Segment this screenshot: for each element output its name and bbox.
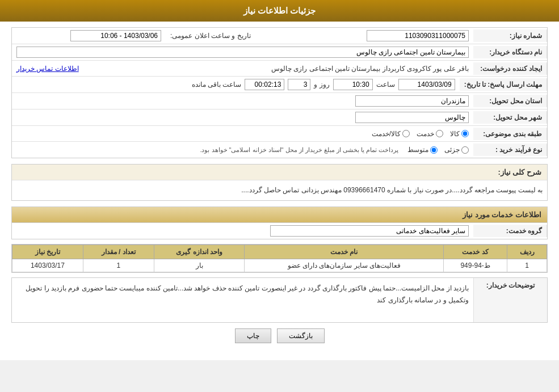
deadline-days-input[interactable] — [288, 79, 310, 90]
need-number-label: شماره نیاز: — [473, 29, 547, 42]
process-value-cell: جزئی متوسط پرداخت تمام یا بخشی از مبلغ خ… — [12, 144, 473, 156]
col-service-name: نام خدمت — [245, 245, 443, 259]
province-input[interactable] — [355, 95, 469, 107]
creator-value-cell: باقر علی پور کاکرودی کاربرداز بیمارستان … — [12, 62, 473, 75]
cell-service-name: فعالیت‌های سایر سازمان‌های دارای عضو — [245, 259, 443, 272]
org-name-row: نام دستگاه خریدار: — [12, 44, 547, 61]
process-partial-label: جزئی — [444, 146, 460, 154]
announce-label: تاریخ و ساعت اعلان عمومی: — [170, 32, 251, 40]
need-number-value-cell — [320, 28, 473, 44]
org-name-label: نام دستگاه خریدار: — [473, 46, 547, 58]
province-row: استان محل تحویل: — [12, 93, 547, 109]
category-both-label: کالا/خدمت — [372, 130, 401, 138]
description-area: به لیست پیوست مراجعه گردد....در صورت نیا… — [12, 180, 547, 200]
org-name-input[interactable] — [16, 47, 469, 58]
category-label: طبقه بندی موضوعی: — [473, 128, 547, 140]
need-number-row: شماره نیاز: تاریخ و ساعت اعلان عمومی: — [12, 28, 547, 44]
deadline-label: مهلت ارسال پاسخ: تا تاریخ: — [460, 78, 547, 91]
category-khadamat-radio[interactable] — [436, 130, 443, 137]
process-medium-radio[interactable] — [430, 146, 438, 154]
cell-quantity: 1 — [83, 259, 154, 272]
province-value-cell — [12, 93, 473, 109]
category-both: کالا/خدمت — [372, 130, 410, 138]
col-date: تاریخ نیاز — [12, 245, 83, 259]
deadline-time-label: ساعت — [376, 81, 395, 88]
col-quantity: تعداد / مقدار — [83, 245, 154, 259]
announce-input[interactable] — [70, 30, 161, 41]
category-kala-radio[interactable] — [461, 130, 469, 137]
process-label: نوع فرآیند خرید : — [473, 144, 547, 156]
process-radio-group: جزئی متوسط — [407, 146, 469, 154]
announce-label-cell: تاریخ و ساعت اعلان عمومی: — [166, 29, 320, 42]
cell-unit: بار — [154, 259, 245, 272]
creator-text: باقر علی پور کاکرودی کاربرداز بیمارستان … — [83, 65, 469, 73]
process-note: پرداخت تمام یا بخشی از مبلغ خریدار از مح… — [200, 146, 398, 154]
service-table: ردیف کد خدمت نام خدمت واحد اندازه گیری ت… — [12, 245, 547, 272]
description-text: به لیست پیوست مراجعه گردد....در صورت نیا… — [16, 185, 543, 196]
service-group-row: گروه خدمت: — [11, 222, 548, 239]
cell-service-code: ط-94-949 — [443, 259, 507, 272]
deadline-time-input[interactable] — [333, 79, 373, 90]
city-row: شهر محل تحویل: — [12, 109, 547, 126]
process-partial-radio[interactable] — [461, 146, 469, 154]
deadline-remain-input[interactable] — [245, 79, 284, 90]
page-wrapper: جزئیات اطلاعات نیاز شماره نیاز: تاریخ و … — [0, 0, 559, 360]
buyer-notes-value: بازدید از محل الزامیست...حتما پیش فاکتور… — [12, 278, 473, 322]
need-info-section: شماره نیاز: تاریخ و ساعت اعلان عمومی: نا… — [11, 27, 548, 158]
deadline-value-cell: ساعت روز و ساعت باقی مانده — [12, 77, 460, 92]
category-kala-label: کالا — [450, 130, 460, 138]
creator-label: ایجاد کننده درخواست: — [473, 62, 547, 75]
col-unit: واحد اندازه گیری — [154, 245, 245, 259]
buyer-notes-label: توضیحات خریدار: — [473, 278, 547, 322]
need-number-input[interactable] — [367, 30, 469, 41]
service-group-input[interactable] — [270, 225, 469, 237]
process-partial: جزئی — [444, 146, 469, 154]
col-service-code: کد خدمت — [443, 245, 507, 259]
service-group-value-cell — [12, 223, 473, 239]
category-khadamat: خدمت — [417, 130, 443, 138]
announce-value-cell — [12, 28, 166, 44]
back-button[interactable]: بازگشت — [277, 328, 325, 343]
service-table-section: ردیف کد خدمت نام خدمت واحد اندازه گیری ت… — [11, 244, 548, 273]
category-kala: کالا — [450, 130, 469, 138]
category-both-radio[interactable] — [402, 130, 410, 137]
page-header: جزئیات اطلاعات نیاز — [0, 0, 559, 22]
creator-link[interactable]: اطلاعات تماس خریدار — [16, 65, 79, 73]
service-group-label: گروه خدمت: — [473, 225, 547, 237]
deadline-days-label: روز و — [314, 81, 329, 88]
description-title-row: شرح کلی نیاز: — [12, 165, 547, 180]
print-button[interactable]: چاپ — [235, 328, 271, 343]
province-label: استان محل تحویل: — [473, 95, 547, 107]
creator-row: ایجاد کننده درخواست: باقر علی پور کاکرود… — [12, 61, 547, 77]
description-section: شرح کلی نیاز: به لیست پیوست مراجعه گردد.… — [11, 164, 548, 201]
deadline-remain-label: ساعت باقی مانده — [192, 81, 242, 88]
process-medium: متوسط — [407, 146, 438, 154]
button-row: بازگشت چاپ — [11, 328, 548, 343]
cell-date: 1403/03/17 — [12, 259, 83, 272]
col-row-num: ردیف — [507, 245, 547, 259]
service-info-title: اطلاعات خدمات مورد نیاز — [11, 206, 548, 222]
process-row: نوع فرآیند خرید : جزئی متوسط پرداخت تمام… — [12, 142, 547, 158]
table-row: 1 ط-94-949 فعالیت‌های سایر سازمان‌های دا… — [12, 259, 547, 272]
city-value-cell — [12, 109, 473, 125]
category-radio-group: کالا خدمت کالا/خدمت — [372, 130, 469, 138]
cell-row-num: 1 — [507, 259, 547, 272]
city-input[interactable] — [355, 112, 469, 123]
buyer-notes-section: توضیحات خریدار: بازدید از محل الزامیست..… — [11, 277, 548, 323]
category-value-cell: کالا خدمت کالا/خدمت — [12, 128, 473, 140]
table-header-row: ردیف کد خدمت نام خدمت واحد اندازه گیری ت… — [12, 245, 547, 259]
main-content: شماره نیاز: تاریخ و ساعت اعلان عمومی: نا… — [0, 22, 559, 349]
category-khadamat-label: خدمت — [417, 130, 434, 138]
city-label: شهر محل تحویل: — [473, 111, 547, 124]
process-medium-label: متوسط — [407, 146, 428, 154]
category-row: طبقه بندی موضوعی: کالا خدمت — [12, 126, 547, 142]
deadline-date-input[interactable] — [398, 79, 455, 90]
deadline-row: مهلت ارسال پاسخ: تا تاریخ: ساعت روز و سا… — [12, 77, 547, 93]
description-title: شرح کلی نیاز: — [492, 165, 547, 180]
org-name-value-cell — [12, 44, 473, 60]
page-title: جزئیات اطلاعات نیاز — [243, 6, 316, 15]
